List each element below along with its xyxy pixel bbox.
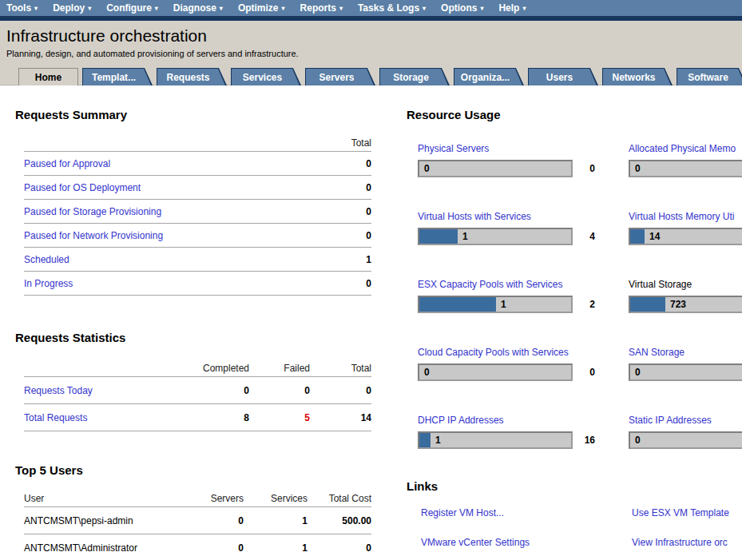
value-total-cost: 0 — [308, 542, 371, 554]
usage-bar-capacity: 16 — [577, 435, 595, 446]
usage-bar-fill — [419, 433, 431, 447]
links-row: VMware vCenter Settings View Infrastruct… — [418, 534, 742, 549]
usage-bar-fill — [630, 297, 665, 312]
link-register-vm-host[interactable]: Register VM Host... — [421, 507, 504, 518]
tab-services[interactable]: Services — [231, 68, 301, 85]
resource-usage-row: DHCP IP Addresses 1 16 Static IP Address… — [418, 415, 742, 449]
usage-bar-value: 0 — [635, 367, 641, 378]
tab-storage[interactable]: Storage — [379, 68, 450, 85]
link-vmware-vcenter-settings[interactable]: VMware vCenter Settings — [421, 537, 530, 548]
user-name: ANTCMSMT\Administrator — [24, 542, 180, 554]
value-total: 14 — [310, 412, 371, 423]
value-total: 0 — [310, 230, 371, 241]
link-static-ip-addresses[interactable]: Static IP Addresses — [629, 415, 742, 426]
value-total: 0 — [310, 206, 371, 217]
tab-networks[interactable]: Networks — [602, 68, 673, 85]
value-total-cost: 500.00 — [308, 515, 371, 526]
user-name: ANTCMSMT\pepsi-admin — [24, 515, 180, 526]
link-scheduled[interactable]: Scheduled — [24, 254, 310, 265]
link-paused-for-network-provisioning[interactable]: Paused for Network Provisioning — [24, 230, 310, 241]
chevron-down-icon: ▾ — [423, 6, 426, 12]
usage-bar-value: 0 — [424, 163, 430, 174]
link-view-infrastructure-orchestration[interactable]: View Infrastructure orc — [632, 537, 728, 548]
usage-bar: 0 — [629, 431, 742, 449]
table-row: Paused for Network Provisioning 0 — [24, 224, 371, 248]
menu-diagnose[interactable]: Diagnose▾ — [173, 2, 223, 14]
usage-bar: 14 — [629, 228, 742, 245]
link-paused-for-os-deployment[interactable]: Paused for OS Deployment — [24, 182, 310, 193]
tab-organizations[interactable]: Organiza... — [454, 68, 524, 85]
requests-statistics-table: Completed Failed Total Requests Today 0 … — [24, 359, 371, 431]
menu-optimize[interactable]: Optimize▾ — [238, 2, 285, 14]
resource-usage-heading: Resource Usage — [407, 108, 742, 122]
link-physical-servers[interactable]: Physical Servers — [418, 143, 629, 154]
link-dhcp-ip-addresses[interactable]: DHCP IP Addresses — [418, 415, 629, 426]
chevron-down-icon: ▾ — [522, 6, 526, 12]
tab-templates[interactable]: Templat... — [82, 68, 153, 85]
menu-options[interactable]: Options▾ — [441, 2, 483, 14]
tab-users[interactable]: Users — [528, 68, 598, 85]
link-virtual-hosts-memory-utilization[interactable]: Virtual Hosts Memory Uti — [629, 211, 742, 222]
link-paused-for-storage-provisioning[interactable]: Paused for Storage Provisioning — [24, 206, 310, 217]
table-header-row: User Servers Services Total Cost — [24, 490, 371, 507]
value-total: 1 — [310, 254, 371, 265]
tab-servers[interactable]: Servers — [305, 68, 375, 85]
usage-bar: 0 — [418, 363, 573, 381]
link-allocated-physical-memory[interactable]: Allocated Physical Memo — [629, 143, 742, 154]
tab-requests[interactable]: Requests — [157, 68, 227, 85]
menu-deploy[interactable]: Deploy▾ — [53, 2, 91, 14]
column-header-user: User — [24, 493, 180, 504]
page-subtitle: Planning, design, and automated provisio… — [6, 49, 742, 58]
link-paused-for-approval[interactable]: Paused for Approval — [24, 158, 310, 169]
link-san-storage[interactable]: SAN Storage — [629, 347, 742, 358]
tab-home[interactable]: Home — [18, 68, 78, 85]
top-menu-bar: Tools▾ Deploy▾ Configure▾ Diagnose▾ Opti… — [0, 0, 742, 16]
value-services: 1 — [244, 542, 308, 554]
chevron-down-icon: ▾ — [339, 6, 343, 12]
resource-usage-row: Virtual Hosts with Services 1 4 Virtual … — [418, 211, 742, 245]
link-virtual-hosts-with-services[interactable]: Virtual Hosts with Services — [418, 211, 629, 222]
value-total: 0 — [310, 385, 371, 396]
usage-bar-capacity: 0 — [577, 367, 595, 378]
table-row: Paused for OS Deployment 0 — [24, 176, 371, 200]
link-esx-capacity-pools-with-services[interactable]: ESX Capacity Pools with Services — [418, 279, 629, 290]
chevron-down-icon: ▾ — [480, 6, 483, 12]
link-cloud-capacity-pools-with-services[interactable]: Cloud Capacity Pools with Services — [418, 347, 629, 358]
chevron-down-icon: ▾ — [34, 6, 38, 12]
table-row: Paused for Storage Provisioning 0 — [24, 200, 371, 224]
resource-widget: SAN Storage 0 — [629, 347, 742, 381]
table-row: Total Requests 8 5 14 — [24, 404, 371, 431]
requests-statistics-heading: Requests Statistics — [15, 331, 371, 345]
resource-widget: Cloud Capacity Pools with Services 0 0 — [418, 347, 629, 381]
top-users-table: User Servers Services Total Cost ANTCMSM… — [24, 490, 371, 560]
menu-tasks-logs[interactable]: Tasks & Logs▾ — [358, 2, 426, 14]
column-header-total: Total — [310, 363, 371, 374]
tab-software[interactable]: Software — [677, 68, 742, 85]
menu-tools[interactable]: Tools▾ — [6, 2, 38, 14]
value-completed: 0 — [185, 385, 249, 396]
table-header-row: Completed Failed Total — [24, 359, 371, 377]
table-row: In Progress 0 — [24, 272, 371, 296]
chevron-down-icon: ▾ — [155, 6, 158, 12]
value-servers: 0 — [180, 542, 244, 554]
menu-reports[interactable]: Reports▾ — [300, 2, 343, 14]
menu-configure[interactable]: Configure▾ — [106, 2, 158, 14]
link-in-progress[interactable]: In Progress — [24, 278, 310, 289]
usage-bar: 0 — [629, 363, 742, 381]
usage-bar: 1 — [418, 431, 573, 449]
tab-bar: Home Templat... Requests Services Server… — [0, 68, 742, 85]
chevron-down-icon: ▾ — [282, 6, 285, 12]
page-header: Infrastructure orchestration Planning, d… — [0, 21, 742, 68]
resource-widget: Physical Servers 0 0 — [418, 143, 629, 177]
usage-bar-value: 0 — [635, 163, 641, 174]
resource-widget: ESX Capacity Pools with Services 1 2 — [418, 279, 629, 313]
usage-bar-fill — [419, 297, 496, 312]
usage-bar: 1 — [418, 228, 573, 245]
column-header-failed: Failed — [249, 363, 310, 374]
link-use-esx-vm-template[interactable]: Use ESX VM Template — [632, 507, 729, 518]
link-total-requests[interactable]: Total Requests — [24, 412, 185, 423]
table-row: Scheduled 1 — [24, 248, 371, 272]
link-requests-today[interactable]: Requests Today — [24, 385, 185, 396]
menu-help[interactable]: Help▾ — [498, 2, 526, 14]
usage-bar-fill — [630, 229, 645, 244]
